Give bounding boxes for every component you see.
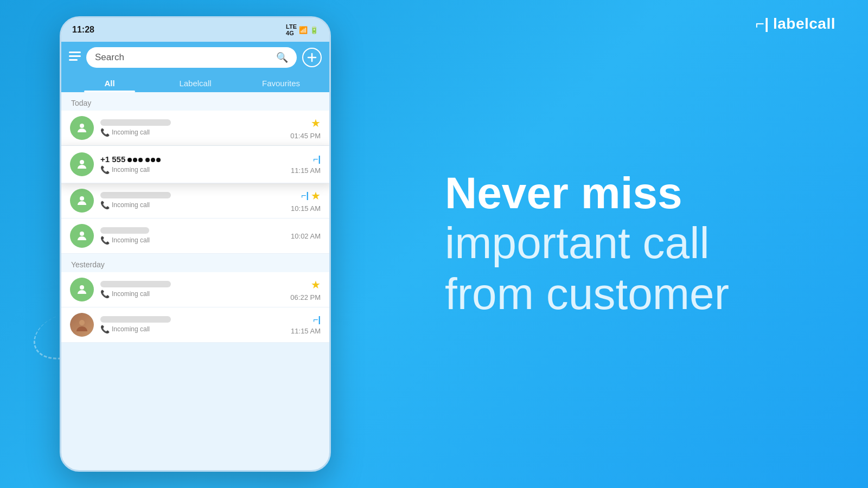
- section-yesterday: Yesterday: [61, 254, 329, 272]
- signal-icon: 📶: [299, 26, 308, 34]
- call-arrow-icon: 📞: [100, 236, 110, 245]
- call-info: 📞 Incoming call: [100, 227, 284, 245]
- labelcall-badge: ⌐|: [301, 191, 309, 201]
- tagline-line3: from customer: [445, 268, 825, 319]
- star-icon: ★: [311, 117, 321, 130]
- logo-area: ⌐| labelcall: [756, 15, 835, 33]
- logo-icon: ⌐|: [756, 16, 769, 31]
- call-time: 11:15 AM: [291, 327, 321, 335]
- avatar: [70, 189, 94, 213]
- avatar: [70, 116, 94, 140]
- call-type: 📞 Incoming call: [100, 201, 284, 209]
- caller-name-bar: [100, 316, 171, 323]
- call-meta: ⌐| 11:15 AM: [291, 155, 321, 175]
- call-item[interactable]: 📞 Incoming call ⌐| ★ 10:15 AM: [61, 183, 329, 219]
- call-arrow-icon: 📞: [100, 201, 110, 209]
- call-arrow-icon: 📞: [100, 165, 110, 174]
- call-type-label: Incoming call: [112, 290, 150, 298]
- call-item[interactable]: 📞 Incoming call ★ 01:45 PM: [61, 111, 329, 146]
- call-time: 11:15 AM: [291, 166, 321, 175]
- svg-point-9: [80, 285, 84, 290]
- call-type: 📞 Incoming call: [100, 290, 284, 298]
- call-type-label: Incoming call: [112, 201, 150, 209]
- tagline-line1: Never miss: [445, 169, 825, 217]
- avatar: [70, 152, 94, 176]
- call-info: +1 555 📞 Incoming call: [100, 155, 284, 174]
- avatar: [70, 278, 94, 301]
- tab-all[interactable]: All: [67, 73, 152, 92]
- call-meta: ★ 06:22 PM: [290, 278, 321, 301]
- hamburger-icon[interactable]: [69, 52, 81, 64]
- call-meta: ⌐| ★ 10:15 AM: [291, 189, 321, 213]
- avatar-photo: [70, 313, 94, 337]
- call-type-label: Incoming call: [112, 236, 150, 244]
- caller-name-bar: [100, 227, 149, 234]
- tab-labelcall[interactable]: Labelcall: [152, 73, 238, 92]
- caller-name-bar: [100, 192, 171, 198]
- phone-mockup: 11:28 LTE4G 📶 🔋 Search 🔍: [60, 16, 342, 483]
- call-list: Today 📞 Incoming call ★ 01:45 PM: [61, 92, 329, 343]
- avatar: [70, 224, 94, 248]
- call-time: 10:02 AM: [291, 232, 321, 240]
- caller-name-bar: [100, 281, 171, 287]
- search-label: Search: [95, 52, 272, 63]
- svg-point-5: [80, 124, 84, 128]
- call-info: 📞 Incoming call: [100, 281, 284, 298]
- phone-dots: [127, 158, 143, 162]
- call-type-label: Incoming call: [112, 129, 150, 136]
- call-meta: 10:02 AM: [291, 232, 321, 240]
- tab-favourites[interactable]: Favourites: [238, 73, 324, 92]
- call-time: 06:22 PM: [290, 293, 321, 301]
- call-type: 📞 Incoming call: [100, 325, 284, 333]
- star-icon: ★: [311, 278, 321, 291]
- status-icons: LTE4G 📶 🔋: [286, 23, 318, 36]
- tagline-line2: important call: [445, 217, 825, 268]
- caller-name-bar: [100, 119, 171, 126]
- call-arrow-icon: 📞: [100, 325, 110, 333]
- search-icon[interactable]: 🔍: [276, 52, 288, 63]
- battery-icon: 🔋: [310, 26, 318, 34]
- call-time: 01:45 PM: [290, 132, 321, 140]
- svg-point-10: [79, 320, 85, 325]
- tabs-bar: All Labelcall Favourites: [61, 73, 329, 92]
- svg-rect-0: [69, 52, 81, 53]
- call-info: 📞 Incoming call: [100, 316, 284, 333]
- section-today: Today: [61, 92, 329, 111]
- call-type-label: Incoming call: [112, 325, 150, 333]
- meta-row: ⌐| ★: [301, 189, 321, 202]
- logo-text: labelcall: [773, 15, 835, 33]
- tagline-area: Never miss important call from customer: [445, 169, 825, 320]
- caller-phone-number: +1 555: [100, 155, 284, 164]
- call-info: 📞 Incoming call: [100, 119, 284, 137]
- call-item[interactable]: 📞 Incoming call ⌐| 11:15 AM: [61, 307, 329, 343]
- call-type: 📞 Incoming call: [100, 128, 284, 137]
- call-time: 10:15 AM: [291, 204, 321, 213]
- call-item[interactable]: 📞 Incoming call ★ 06:22 PM: [61, 272, 329, 307]
- call-item[interactable]: 📞 Incoming call 10:02 AM: [61, 219, 329, 254]
- add-button[interactable]: [302, 48, 322, 67]
- call-meta: ⌐| 11:15 AM: [291, 315, 321, 335]
- phone-frame: 11:28 LTE4G 📶 🔋 Search 🔍: [60, 16, 331, 472]
- search-box[interactable]: Search 🔍: [86, 47, 297, 68]
- call-type: 📞 Incoming call: [100, 236, 284, 245]
- status-time: 11:28: [72, 25, 94, 35]
- svg-rect-1: [69, 55, 81, 57]
- svg-point-8: [80, 232, 84, 236]
- status-bar: 11:28 LTE4G 📶 🔋: [61, 18, 329, 42]
- svg-point-7: [80, 196, 84, 201]
- phone-dots2: [145, 158, 161, 162]
- call-arrow-icon: 📞: [100, 290, 110, 298]
- labelcall-badge: ⌐|: [313, 315, 321, 325]
- call-item-highlighted[interactable]: +1 555 📞 Incoming call ⌐|: [61, 146, 329, 183]
- call-arrow-icon: 📞: [100, 128, 110, 137]
- svg-rect-2: [69, 59, 78, 61]
- top-bar: Search 🔍: [61, 42, 329, 73]
- labelcall-badge: ⌐|: [313, 155, 321, 164]
- svg-point-6: [80, 160, 84, 164]
- call-type: 📞 Incoming call: [100, 165, 284, 174]
- avatar-face: [70, 313, 94, 337]
- call-meta: ★ 01:45 PM: [290, 117, 321, 140]
- call-info: 📞 Incoming call: [100, 192, 284, 209]
- lte-indicator: LTE4G: [286, 23, 297, 36]
- call-type-label: Incoming call: [112, 166, 150, 174]
